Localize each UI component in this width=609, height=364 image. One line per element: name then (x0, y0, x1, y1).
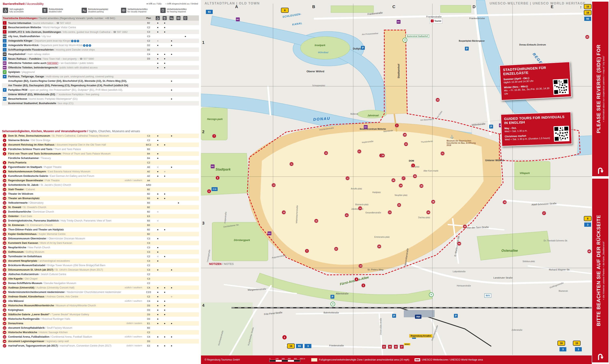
sight-number-cell: 28 (3, 259, 8, 263)
accessibility-title-de: Barrierefreiheit / (3, 2, 26, 5)
accessibility-legend-item: Sehbehindertenhilfenfor visually impaire… (121, 8, 158, 13)
amenity-label-en: public toilets with disabled access (60, 66, 98, 69)
bus-route-badge: 15 (573, 341, 581, 346)
bus-stop-icon: H (402, 38, 407, 42)
sight-label-en: Golfing Museum (26, 250, 44, 253)
amenity-label: Spielplatz / playground (8, 71, 143, 74)
slash: / (39, 44, 41, 47)
sight-label-en: Thurn and Taxis Palace (54, 148, 81, 151)
map-marker-34: 34 (436, 98, 440, 102)
amenity-label-en: open-air parking: Am Protzenweiher* (B1)… (30, 89, 123, 91)
sight-number: 19 (3, 219, 6, 222)
bus-route-badge: 93 (584, 16, 592, 21)
map-marker-40: 40 (585, 35, 589, 39)
plan-ref: C2/3 (143, 291, 154, 293)
map-label: Stobäus-platz (522, 260, 535, 262)
sight-number: 28 (3, 259, 6, 263)
sight-number: 47 (3, 344, 6, 348)
adac-label: ADAC (404, 343, 410, 345)
label-de: Rollstuhltoilette (49, 8, 63, 10)
amenity-label-en: an Gaststätten / public toilets (61, 62, 94, 65)
amenity-label-de: Neues Rathaus – Fundbüro (8, 57, 41, 60)
map-label: Herzogs-park (207, 118, 223, 121)
sight-label-de: Jüdisches Kulturzentrum (8, 273, 39, 276)
slash: / (27, 89, 29, 91)
access-dot: ● (154, 300, 161, 302)
sight-label-en: archaeological excavations (39, 260, 70, 262)
sight-number-cell: 38 (3, 304, 8, 307)
sight-row: 34Audimax (Universität) / Audimax (Unive… (2, 286, 199, 290)
sight-number: 16 (3, 206, 6, 209)
anlegestelle-wurm-k-ck-icon: ⚓ (3, 43, 6, 47)
stadtamhof-area (384, 30, 407, 114)
sight-row: 35Niedermünsterkirche/document niedermün… (2, 290, 199, 294)
scale-tick: 200 (282, 358, 288, 360)
access-dot: ● (161, 22, 168, 24)
plan-ref: B2 (143, 188, 154, 191)
plan-ref: C2 (143, 255, 154, 258)
sight-number: 15 (3, 201, 6, 205)
access-dot: ● (161, 57, 168, 60)
plan-ref: C2 (143, 161, 154, 164)
pedestrian-zone-swatch (311, 358, 317, 362)
plan-ref: C3 (143, 260, 154, 262)
amenity-label-en: bus stop (C1) (58, 102, 74, 105)
sight-label-de: Andreas-Stadel, Künstlerhaus (8, 295, 44, 298)
sight-number: 17 (3, 210, 6, 214)
bus-route-badge: 3 (584, 222, 592, 227)
sight-label: Volkssternwarte / Observatory (8, 201, 143, 204)
access-dot: ● (154, 228, 161, 231)
sight-number-cell: 8 (3, 170, 8, 173)
sight-number: 37 (3, 299, 6, 303)
access-dot: ● (154, 335, 161, 338)
nette-toilette-logo: nette toilette (47, 62, 58, 64)
sight-label-en: Bridge Tower Museum (Old Stone Bridge)/S… (47, 264, 105, 267)
plan-ref: C3 (143, 242, 154, 244)
map-marker-26: 26 (391, 178, 395, 182)
plan-ref: E3 (143, 215, 154, 217)
plan-ref: C3 (143, 35, 154, 38)
map-label: Universitäts-straße (380, 318, 382, 335)
sight-label-en: St. Oswald's Church (23, 206, 46, 209)
slash: / (44, 75, 46, 78)
access-dot: ● (168, 322, 175, 325)
sight-label: Kunstforum Ostdeutsche Galerie / East Ge… (8, 175, 143, 177)
plan-column-header: Plan (143, 17, 154, 19)
accessibility-legend-item: Hörbehindertenhilfenfor hearing impaired (160, 8, 198, 13)
access-dot: ● (168, 97, 175, 100)
sight-row: 1Dom St. Peter, Domschatzmuseum / St. Pe… (2, 134, 199, 138)
sight-number: 43 (3, 326, 6, 330)
plan-ref: C2 (143, 264, 154, 267)
sight-label-de: St. Oswald (8, 206, 21, 209)
access-dot: ● (161, 26, 168, 29)
plan-ref: C4 (143, 336, 154, 338)
slash: / (25, 53, 27, 56)
sight-number: 22 (3, 233, 6, 236)
qr-code (553, 79, 569, 95)
sight-row: 8Naturkundemuseum Ostbayern / East Bavar… (2, 169, 199, 174)
sight-label-en: St. Peter's Cathedral, Cathedral Treasur… (52, 134, 109, 137)
label-de: Behindertenparkplatz (88, 8, 108, 10)
accessibility-legend-item: WCRollstuhltoilettedisabled toilet (42, 8, 79, 13)
plan-ref: D3 (143, 57, 154, 60)
sight-number-cell: 9 (3, 174, 8, 178)
sights-title-en: Sights, Churches, Museums and venues (88, 130, 140, 133)
access-dot: ● (154, 250, 161, 253)
access-dot: ● (154, 57, 161, 60)
amenity-row: ⚓Anlegestelle Klinger / Departure point … (2, 39, 199, 43)
sight-number-cell: 47 (3, 344, 8, 348)
slash: / (54, 143, 56, 146)
sight-number-cell: 16 (3, 206, 8, 209)
slash: / (42, 282, 44, 285)
boat-line-badge: 2 (74, 40, 76, 42)
sight-row: 15Volkssternwarte / ObservatoryB3● (2, 201, 199, 205)
map-marker-22: 22 (334, 247, 338, 251)
sight-label-de: Neupfarrkirche (8, 246, 26, 249)
sight-label: Theater am Bismarckplatz (8, 197, 143, 200)
sight-number: 9 (3, 174, 6, 178)
bus-route-badge: 8 (584, 216, 592, 221)
label-en: disabled parking (88, 10, 104, 13)
sight-number: 27 (3, 255, 6, 258)
slash: / (31, 22, 33, 25)
plan-ref: C3 (143, 277, 154, 280)
